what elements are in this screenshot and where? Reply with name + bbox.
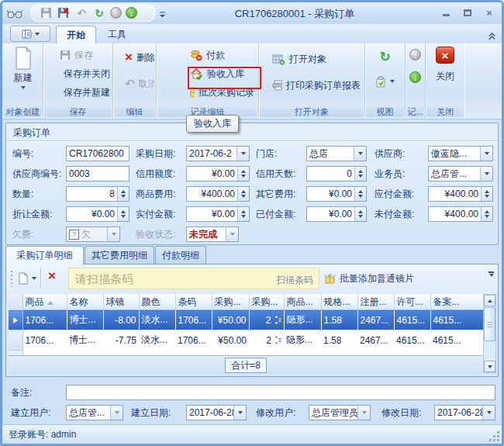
dropdown-arrow-icon[interactable]: [480, 167, 492, 181]
col-header[interactable]: 条码: [175, 294, 212, 310]
ribbon-collapse-icon[interactable]: [488, 29, 495, 43]
toolbar-grip[interactable]: [11, 271, 12, 287]
ribbon-close-button[interactable]: × 关闭: [426, 47, 464, 83]
cell[interactable]: 4615...: [394, 310, 430, 330]
resize-grip[interactable]: [497, 439, 499, 441]
modified-by-combo[interactable]: 总店管理员: [309, 405, 371, 420]
created-date-combo[interactable]: 2017-06-28: [186, 405, 247, 420]
actual-pay-spinner[interactable]: ¥0.00: [186, 206, 250, 222]
cell[interactable]: 隐形...: [284, 310, 321, 330]
spinner-arrows-icon[interactable]: [481, 207, 492, 221]
unpaid-spinner[interactable]: ¥400.00: [428, 206, 493, 222]
remove-row-button[interactable]: ×: [48, 270, 56, 282]
tab-other-cost-detail[interactable]: 其它费用明细: [85, 246, 154, 264]
cell[interactable]: ¥50.00: [212, 330, 249, 351]
tab-payment-detail[interactable]: 付款明细: [155, 246, 206, 264]
payment-button[interactable]: 付款: [188, 46, 257, 64]
cell[interactable]: 1706...: [175, 330, 212, 351]
dropdown-arrow-icon[interactable]: [482, 406, 495, 420]
cell[interactable]: 2467...: [357, 330, 394, 351]
order-date-combo[interactable]: 2017-06-2: [186, 146, 250, 161]
scrollbar-thumb[interactable]: [484, 307, 495, 341]
cell[interactable]: 淡水...: [139, 310, 175, 330]
cell[interactable]: 4615...: [430, 330, 483, 351]
table-row[interactable]: 1706... 博士... -7.75 淡水... 1706... ¥50.00…: [9, 330, 483, 351]
supplier-no-field[interactable]: 0003: [66, 166, 129, 182]
spinner-arrows-icon[interactable]: [237, 187, 249, 201]
created-by-combo[interactable]: 总店管...: [66, 405, 123, 420]
minimize-button[interactable]: [440, 6, 452, 19]
cell[interactable]: 1706...: [22, 330, 67, 351]
app-logo-glasses-icon[interactable]: [7, 8, 22, 22]
spinner-arrows-icon[interactable]: [481, 187, 492, 201]
tab-tools[interactable]: 工具: [98, 26, 136, 43]
qat-down-circle-icon[interactable]: ↓: [126, 7, 137, 19]
col-header[interactable]: 名称: [67, 294, 103, 310]
col-header[interactable]: 许可...: [394, 294, 430, 310]
cell[interactable]: 4615...: [394, 330, 430, 351]
cell[interactable]: 隐形...: [284, 330, 321, 351]
maximize-button[interactable]: [461, 6, 474, 19]
dropdown-arrow-icon[interactable]: [110, 406, 123, 420]
other-cost-spinner[interactable]: ¥0.00: [306, 186, 367, 202]
cell[interactable]: 2467...: [357, 310, 394, 330]
goods-cost-spinner[interactable]: ¥400.00: [186, 186, 250, 202]
spinner-arrows-icon[interactable]: [354, 187, 366, 201]
credit-limit-spinner[interactable]: ¥0.00: [186, 166, 250, 182]
col-header[interactable]: 商品: [22, 294, 67, 310]
quantity-spinner[interactable]: 8: [66, 186, 129, 202]
payable-spinner[interactable]: ¥400.00: [428, 186, 493, 202]
spinner-arrows-icon[interactable]: [117, 207, 129, 221]
spinner-arrows-icon[interactable]: [354, 167, 366, 181]
dropdown-arrow-icon[interactable]: [357, 406, 370, 420]
new-button[interactable]: 新建: [3, 47, 43, 89]
store-combo[interactable]: 总店: [306, 146, 367, 161]
qat-up-circle-icon[interactable]: ↑: [110, 7, 122, 19]
col-header[interactable]: 商品...: [284, 294, 321, 310]
save-button[interactable]: 保存: [57, 46, 111, 64]
cell[interactable]: 淡水...: [139, 330, 175, 351]
record-next-icon[interactable]: ↓: [409, 71, 421, 83]
dropdown-arrow-icon[interactable]: [354, 147, 366, 161]
spinner-arrows-icon[interactable]: [354, 207, 366, 221]
dropdown-arrow-icon[interactable]: [236, 147, 249, 161]
cell[interactable]: -7.75: [103, 330, 139, 351]
scroll-down-button[interactable]: [484, 361, 495, 372]
paid-spinner[interactable]: ¥0.00: [306, 206, 367, 222]
dropdown-arrow-icon[interactable]: [480, 147, 492, 161]
remark-field[interactable]: [66, 385, 495, 400]
qat-undo-icon[interactable]: ↶: [74, 6, 88, 20]
cell[interactable]: 1706...: [175, 310, 212, 330]
cell[interactable]: -8.00: [103, 310, 139, 330]
qat-save-close-button[interactable]: [57, 6, 71, 20]
print-report-button[interactable]: 打印采购订单报表: [270, 76, 363, 95]
app-menu-button[interactable]: [10, 26, 50, 42]
spinner-arrows-icon[interactable]: [237, 167, 249, 181]
col-header[interactable]: 备案...: [430, 294, 483, 310]
vertical-scrollbar[interactable]: [483, 294, 496, 373]
cell[interactable]: 4615...: [430, 310, 483, 330]
save-close-button[interactable]: 保存并关闭: [57, 64, 111, 83]
spinner-arrows-icon[interactable]: [237, 207, 249, 221]
modified-date-combo[interactable]: 2017-06-28: [434, 405, 495, 420]
open-object-button[interactable]: 打开对象: [270, 50, 363, 68]
record-prev-icon[interactable]: ↑: [409, 49, 421, 61]
toolbar-overflow-icon[interactable]: [488, 271, 494, 277]
qat-save-button[interactable]: [39, 6, 53, 20]
scroll-up-button[interactable]: [484, 295, 495, 306]
cell[interactable]: 1.58: [321, 330, 357, 351]
col-header[interactable]: 注册...: [357, 294, 394, 310]
cell[interactable]: ¥50.00: [212, 310, 249, 330]
cell-qty[interactable]: 2: [249, 310, 284, 330]
cell[interactable]: 1.58: [321, 310, 357, 330]
col-header[interactable]: 采购...: [212, 294, 249, 310]
order-no-field[interactable]: CR17062800: [66, 146, 129, 161]
cell[interactable]: 博士...: [67, 330, 103, 351]
refresh-button[interactable]: ↻: [377, 47, 392, 66]
close-button[interactable]: ×: [483, 6, 495, 19]
save-new-button[interactable]: 保存并新建: [57, 83, 111, 102]
dropdown-arrow-icon[interactable]: [233, 406, 246, 420]
col-header[interactable]: 球镜: [103, 294, 139, 310]
col-header[interactable]: 颜色: [139, 294, 175, 310]
table-row-selected[interactable]: 1706... 博士... -8.00 淡水... 1706... ¥50.00…: [9, 310, 483, 330]
